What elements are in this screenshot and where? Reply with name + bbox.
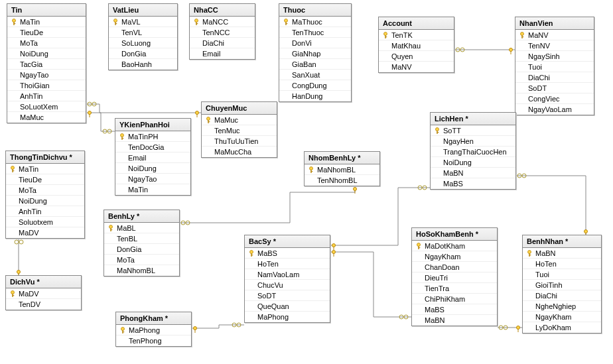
field-row[interactable]: TenBL [104, 233, 179, 244]
field-row[interactable]: MaNCC [190, 17, 255, 27]
field-row[interactable]: CongViec [515, 93, 594, 104]
field-row[interactable]: Tuoi [523, 269, 601, 280]
field-row[interactable]: ChanDoan [412, 262, 497, 273]
field-row[interactable]: MaBN [431, 168, 515, 178]
table-header[interactable]: BenhNhan * [523, 235, 601, 248]
table-tin[interactable]: TinMaTinTieuDeMoTaNoiDungTacGiaNgayTaoTh… [7, 3, 86, 123]
table-thuoc[interactable]: ThuocMaThuocTenThuocDonViGiaNhapGiaBanSa… [279, 3, 352, 102]
field-row[interactable]: SoLuotXem [7, 101, 86, 112]
field-row[interactable]: DieuTri [412, 273, 497, 283]
field-row[interactable]: NoiDung [6, 196, 84, 206]
field-row[interactable]: MatKhau [379, 40, 454, 51]
field-row[interactable]: NgheNghiep [523, 301, 601, 312]
field-row[interactable]: DonVi [279, 38, 351, 48]
table-benhly[interactable]: BenhLy *MaBLTenBLDonGiaMoTaMaNhomBL [103, 210, 180, 276]
table-header[interactable]: YKienPhanHoi [115, 119, 190, 131]
field-row[interactable]: NgayTao [115, 174, 190, 184]
table-header[interactable]: NhaCC [190, 4, 255, 17]
table-header[interactable]: BenhLy * [104, 210, 179, 223]
field-row[interactable]: MaTin [6, 164, 84, 174]
field-row[interactable]: MaBS [245, 248, 330, 259]
table-header[interactable]: ThongTinDichvu * [6, 151, 84, 164]
field-row[interactable]: DonGia [104, 244, 179, 255]
field-row[interactable]: TrangThaiCuocHen [431, 147, 515, 157]
field-row[interactable]: MaNV [379, 62, 454, 72]
field-row[interactable]: ThuTuUuTien [202, 136, 277, 147]
table-dichvu[interactable]: DichVu *MaDVTenDV [5, 275, 82, 310]
field-row[interactable]: NgayTao [7, 70, 86, 80]
field-row[interactable]: DonGia [109, 48, 177, 59]
field-row[interactable]: MaBN [412, 315, 497, 326]
field-row[interactable]: MaMucCha [202, 147, 277, 157]
table-lichhen[interactable]: LichHen *SoTTNgayHenTrangThaiCuocHenNoiD… [430, 112, 516, 190]
field-row[interactable]: NgaySinh [515, 51, 594, 62]
field-row[interactable]: AnhTin [6, 206, 84, 217]
field-row[interactable]: HoTen [245, 259, 330, 269]
field-row[interactable]: Tuoi [515, 62, 594, 72]
table-header[interactable]: BacSy * [245, 235, 330, 248]
table-header[interactable]: DichVu * [6, 276, 81, 288]
field-row[interactable]: ChucVu [245, 280, 330, 290]
field-row[interactable]: MaBS [412, 304, 497, 315]
field-row[interactable]: GiaNhap [279, 48, 351, 59]
field-row[interactable]: SoDT [515, 83, 594, 93]
field-row[interactable]: MaTin [7, 17, 86, 27]
field-row[interactable]: NoiDung [115, 163, 190, 174]
field-row[interactable]: Soluotxem [6, 217, 84, 227]
field-row[interactable]: NoiDung [431, 157, 515, 168]
table-nhombenhly[interactable]: NhomBenhLy *MaNhomBLTenNhomBL [304, 151, 380, 186]
field-row[interactable]: TenPhong [116, 335, 191, 346]
field-row[interactable]: MaDV [6, 227, 84, 238]
field-row[interactable]: MaPhong [116, 325, 191, 335]
field-row[interactable]: TenMuc [202, 125, 277, 136]
table-vatlieu[interactable]: VatLieuMaVLTenVLSoLuongDonGiaBaoHanh [108, 3, 178, 70]
field-row[interactable]: ChiPhiKham [412, 294, 497, 304]
table-header[interactable]: Tin [7, 4, 86, 17]
field-row[interactable]: GioiTinh [523, 280, 601, 290]
table-benhnhan[interactable]: BenhNhan *MaBNHoTenTuoiGioiTinhDiaChiNgh… [522, 235, 602, 334]
field-row[interactable]: MaBS [431, 178, 515, 189]
field-row[interactable]: MaMuc [202, 115, 277, 125]
field-row[interactable]: Quyen [379, 51, 454, 62]
field-row[interactable]: MaBL [104, 223, 179, 233]
table-header[interactable]: ChuyenMuc [202, 102, 277, 115]
field-row[interactable]: TieuDe [7, 27, 86, 38]
field-row[interactable]: CongDung [279, 80, 351, 91]
field-row[interactable]: TenNV [515, 40, 594, 51]
table-chuyenmuc[interactable]: ChuyenMucMaMucTenMucThuTuUuTienMaMucCha [201, 101, 277, 158]
table-phongkham[interactable]: PhongKham *MaPhongTenPhong [115, 312, 192, 347]
table-header[interactable]: HoSoKhamBenh * [412, 228, 497, 241]
table-header[interactable]: Account [379, 17, 454, 30]
field-row[interactable]: TenDV [6, 299, 81, 310]
field-row[interactable]: Email [190, 48, 255, 59]
table-thongtindichvu[interactable]: ThongTinDichvu *MaTinTieuDeMoTaNoiDungAn… [5, 151, 85, 239]
table-ykienphanhoi[interactable]: YKienPhanHoiMaTinPHTenDocGiaEmailNoiDung… [115, 118, 191, 196]
field-row[interactable]: DiaChi [523, 290, 601, 301]
field-row[interactable]: MaDotKham [412, 241, 497, 251]
field-row[interactable]: NoiDung [7, 48, 86, 59]
field-row[interactable]: MoTa [7, 38, 86, 48]
table-header[interactable]: NhanVien [515, 17, 594, 30]
field-row[interactable]: MaNhomBL [104, 265, 179, 276]
field-row[interactable]: NgayKham [523, 312, 601, 322]
table-hosokhambenh[interactable]: HoSoKhamBenh *MaDotKhamNgayKhamChanDoanD… [411, 227, 498, 326]
field-row[interactable]: DiaChi [515, 72, 594, 83]
table-header[interactable]: LichHen * [431, 113, 515, 125]
table-header[interactable]: Thuoc [279, 4, 351, 17]
field-row[interactable]: ThoiGian [7, 80, 86, 91]
table-account[interactable]: AccountTenTKMatKhauQuyenMaNV [378, 17, 454, 73]
field-row[interactable]: AnhTin [7, 91, 86, 101]
table-header[interactable]: VatLieu [109, 4, 177, 17]
field-row[interactable]: TenDocGia [115, 142, 190, 152]
field-row[interactable]: BaoHanh [109, 59, 177, 70]
field-row[interactable]: MoTa [6, 185, 84, 196]
table-header[interactable]: NhomBenhLy * [305, 152, 379, 164]
table-header[interactable]: PhongKham * [116, 312, 191, 325]
field-row[interactable]: TienTra [412, 283, 497, 294]
field-row[interactable]: LyDoKham [523, 322, 601, 333]
field-row[interactable]: MaVL [109, 17, 177, 27]
field-row[interactable]: MoTa [104, 255, 179, 265]
field-row[interactable]: QueQuan [245, 301, 330, 312]
field-row[interactable]: HanDung [279, 91, 351, 101]
field-row[interactable]: TenThuoc [279, 27, 351, 38]
